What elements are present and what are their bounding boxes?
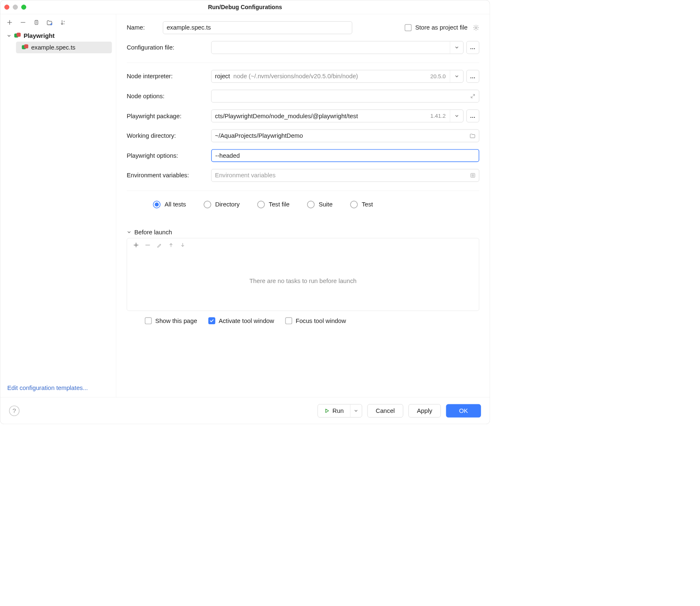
radio-icon xyxy=(350,201,357,208)
radio-icon xyxy=(204,201,211,208)
tree-item-example-spec[interactable]: example.spec.ts xyxy=(16,42,112,53)
node-interpreter-browse-button[interactable]: ... xyxy=(467,70,479,83)
chevron-down-icon[interactable] xyxy=(450,70,463,82)
working-dir-input[interactable]: ~/AquaProjects/PlaywrightDemo xyxy=(211,129,479,142)
divider xyxy=(127,63,479,63)
run-dropdown-icon[interactable] xyxy=(350,404,362,417)
add-task-icon[interactable] xyxy=(134,242,139,248)
chevron-down-icon xyxy=(127,230,132,234)
before-launch-toolbar xyxy=(127,238,479,252)
sidebar-footer: Edit configuration templates... xyxy=(0,378,116,397)
playwright-version-badge: 1.41.2 xyxy=(426,113,450,119)
save-temp-config-icon[interactable] xyxy=(46,19,53,26)
chevron-down-icon xyxy=(7,34,11,38)
playwright-icon xyxy=(22,44,28,50)
checkbox-icon xyxy=(285,317,292,324)
activate-tool-window-checkbox[interactable]: Activate tool window xyxy=(208,317,274,324)
playwright-package-combo[interactable]: cts/PlaywrightDemo/node_modules/@playwri… xyxy=(211,109,464,122)
chevron-down-icon[interactable] xyxy=(450,41,463,53)
scope-option-directory[interactable]: Directory xyxy=(204,201,240,208)
before-launch-empty-text: There are no tasks to run before launch xyxy=(127,252,479,310)
run-split-button[interactable]: Run xyxy=(318,404,362,417)
window-title: Run/Debug Configurations xyxy=(0,4,490,10)
scope-option-test-file[interactable]: Test file xyxy=(257,201,290,208)
expand-icon[interactable] xyxy=(470,94,476,99)
launch-checks-row: Show this page Activate tool window Focu… xyxy=(127,317,479,324)
store-as-project-file[interactable]: Store as project file xyxy=(405,24,479,31)
node-options-label: Node options: xyxy=(127,93,211,100)
store-label: Store as project file xyxy=(415,24,468,31)
before-launch-list: There are no tasks to run before launch xyxy=(127,238,479,311)
scope-radio-group: All tests Directory Test file Suite Test xyxy=(127,201,479,208)
add-config-icon[interactable] xyxy=(6,19,13,26)
gear-icon[interactable] xyxy=(473,25,479,31)
working-dir-row: Working directory: ~/AquaProjects/Playwr… xyxy=(127,129,479,142)
envvars-row: Environment variables: Environment varia… xyxy=(127,169,479,182)
playwright-package-row: Playwright package: cts/PlaywrightDemo/n… xyxy=(127,109,479,122)
sidebar: az Playwright example.spec.ts Edit confi… xyxy=(0,14,117,397)
divider xyxy=(127,191,479,191)
config-file-label: Configuration file: xyxy=(127,44,211,51)
scope-option-all-tests[interactable]: All tests xyxy=(153,201,186,208)
run-debug-config-window: Run/Debug Configurations az xyxy=(0,0,490,424)
tree-item-label: example.spec.ts xyxy=(31,44,75,51)
scope-option-test[interactable]: Test xyxy=(350,201,373,208)
remove-task-icon xyxy=(145,242,151,248)
envvars-input[interactable]: Environment variables xyxy=(211,169,479,182)
node-version-badge: 20.5.0 xyxy=(426,73,450,79)
help-icon[interactable]: ? xyxy=(9,405,20,416)
before-launch-section: Before launch There are no tasks to run … xyxy=(127,229,479,325)
playwright-icon xyxy=(14,32,20,39)
svg-text:z: z xyxy=(64,22,65,25)
playwright-options-input[interactable]: --headed xyxy=(211,149,479,162)
edit-task-icon xyxy=(157,242,162,248)
radio-selected-icon xyxy=(153,201,161,208)
name-label: Name: xyxy=(127,24,156,31)
dialog-body: az Playwright example.spec.ts Edit confi… xyxy=(0,14,490,397)
radio-icon xyxy=(307,201,315,208)
node-interpreter-combo[interactable]: roject node (~/.nvm/versions/node/v20.5.… xyxy=(211,70,464,83)
node-options-row: Node options: xyxy=(127,90,479,103)
chevron-down-icon[interactable] xyxy=(450,110,463,122)
node-interpreter-label: Node interpreter: xyxy=(127,73,211,80)
list-icon[interactable] xyxy=(470,173,476,178)
move-up-icon xyxy=(169,242,174,248)
config-file-browse-button[interactable]: ... xyxy=(467,41,479,54)
config-file-combo[interactable] xyxy=(211,41,464,54)
titlebar: Run/Debug Configurations xyxy=(0,0,490,15)
cancel-button[interactable]: Cancel xyxy=(367,404,403,417)
dialog-footer: ? Run Cancel Apply OK xyxy=(0,397,490,424)
playwright-package-label: Playwright package: xyxy=(127,112,211,119)
scope-option-suite[interactable]: Suite xyxy=(307,201,333,208)
ok-button[interactable]: OK xyxy=(446,404,481,417)
name-input[interactable]: example.spec.ts xyxy=(163,21,352,34)
envvars-label: Environment variables: xyxy=(127,172,211,179)
edit-templates-link[interactable]: Edit configuration templates... xyxy=(7,384,88,391)
sort-alpha-icon[interactable]: az xyxy=(60,19,67,26)
before-launch-header[interactable]: Before launch xyxy=(127,229,479,236)
move-down-icon xyxy=(180,242,186,248)
node-options-input[interactable] xyxy=(211,90,479,103)
node-interpreter-row: Node interpreter: roject node (~/.nvm/ve… xyxy=(127,70,479,83)
name-row: Name: example.spec.ts Store as project f… xyxy=(127,21,479,34)
folder-icon[interactable] xyxy=(469,133,475,139)
tree-group-label: Playwright xyxy=(24,32,55,40)
checkbox-icon xyxy=(145,317,152,324)
copy-config-icon[interactable] xyxy=(33,19,40,26)
apply-button[interactable]: Apply xyxy=(408,404,440,417)
svg-point-3 xyxy=(475,27,477,28)
playwright-package-browse-button[interactable]: ... xyxy=(467,109,479,122)
focus-tool-window-checkbox[interactable]: Focus tool window xyxy=(285,317,346,324)
show-this-page-checkbox[interactable]: Show this page xyxy=(145,317,197,324)
playwright-options-label: Playwright options: xyxy=(127,152,211,159)
store-checkbox[interactable] xyxy=(405,24,412,31)
config-file-row: Configuration file: ... xyxy=(127,41,479,54)
sidebar-toolbar: az xyxy=(0,16,116,29)
checkbox-checked-icon xyxy=(208,317,215,324)
playwright-options-row: Playwright options: --headed xyxy=(127,149,479,162)
tree-group-playwright[interactable]: Playwright xyxy=(5,30,112,42)
play-icon xyxy=(324,408,330,413)
remove-config-icon[interactable] xyxy=(20,19,27,26)
config-tree: Playwright example.spec.ts xyxy=(0,29,116,55)
radio-icon xyxy=(257,201,265,208)
